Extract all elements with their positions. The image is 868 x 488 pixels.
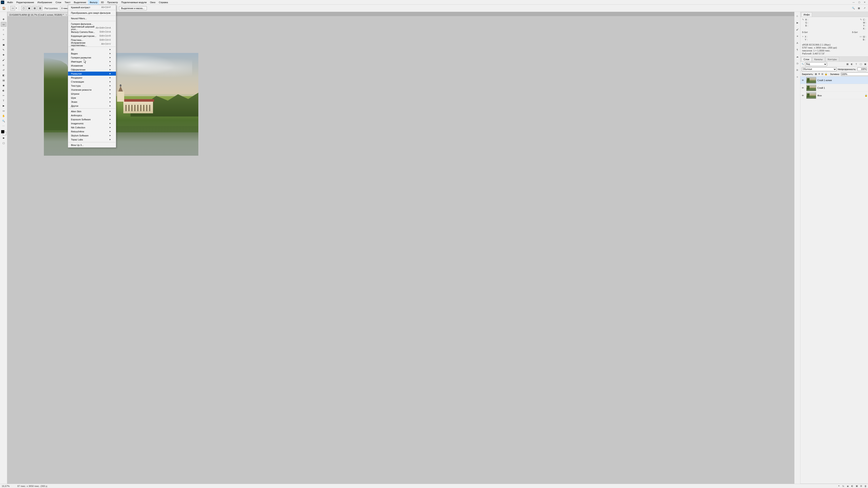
mask-icon[interactable]: ◙ bbox=[846, 484, 849, 488]
menu-окно[interactable]: Окно bbox=[148, 0, 157, 5]
filter-item[interactable]: 3D▶ bbox=[68, 47, 116, 52]
lock-artboard-icon[interactable]: ⊞ bbox=[822, 72, 823, 76]
filter-item[interactable]: Nik Collection▶ bbox=[68, 125, 116, 129]
quick-mask-toggle[interactable]: ◙ bbox=[1, 135, 6, 140]
filter-item[interactable]: Искажение▶ bbox=[68, 64, 116, 68]
visibility-icon[interactable]: 👁 bbox=[800, 79, 805, 82]
filter-item[interactable]: Шум▶ bbox=[68, 96, 116, 100]
type-tool[interactable]: T bbox=[1, 98, 6, 103]
adjustment-layer-icon[interactable]: ◐ bbox=[850, 484, 854, 488]
pen-tool[interactable]: ✑ bbox=[1, 93, 6, 98]
fill-input[interactable] bbox=[841, 72, 868, 76]
filter-item[interactable]: Exposure Software▶ bbox=[68, 117, 116, 121]
move-tool[interactable]: ✥ bbox=[1, 17, 6, 22]
menu-просмотр[interactable]: Просмотр bbox=[105, 0, 120, 5]
filter-smart-icon[interactable]: ▣ bbox=[864, 63, 867, 66]
menu-3d[interactable]: 3D bbox=[99, 0, 105, 5]
gradient-tool[interactable]: ▤ bbox=[1, 78, 6, 83]
filter-item[interactable]: Blow Up 3... bbox=[68, 143, 116, 147]
lasso-tool[interactable]: ⌕ bbox=[1, 27, 6, 32]
lock-position-icon[interactable]: ✜ bbox=[818, 72, 820, 76]
eyedropper-tool[interactable]: ✎ bbox=[1, 47, 6, 52]
edit-toolbar[interactable]: ⋯ bbox=[1, 124, 6, 128]
marquee-preset[interactable]: ▭▾ bbox=[10, 6, 17, 10]
blend-mode-select[interactable]: Обычные bbox=[802, 67, 837, 71]
path-selection-tool[interactable]: ▶ bbox=[1, 103, 6, 108]
filter-item[interactable]: Усиление резкости▶ bbox=[68, 88, 116, 92]
canvas-area[interactable]: EVG08879.ARW @ 16,7% (Слой 1 копия, RGB/… bbox=[7, 12, 794, 484]
filter-item[interactable]: Другое▶ bbox=[68, 104, 116, 108]
layers-tab[interactable]: Слои bbox=[801, 57, 812, 61]
filter-item[interactable]: Краевой контрастAlt+Ctrl+F bbox=[68, 5, 116, 9]
frame-tool[interactable]: ▣ bbox=[1, 42, 6, 47]
brush-tool[interactable]: 🖌 bbox=[1, 58, 6, 62]
actions-panel-icon[interactable]: ▶ bbox=[796, 21, 799, 25]
filter-item[interactable]: Текстура▶ bbox=[68, 84, 116, 88]
visibility-icon[interactable]: 👁 bbox=[800, 87, 805, 89]
visibility-icon[interactable]: 👁 bbox=[800, 94, 805, 97]
delete-layer-icon[interactable]: 🗑 bbox=[864, 484, 867, 488]
clone-stamp-tool[interactable]: ⧇ bbox=[1, 63, 6, 67]
crop-tool[interactable]: ✂ bbox=[1, 37, 6, 42]
filter-item[interactable]: Рендеринг▶ bbox=[68, 76, 116, 79]
group-icon[interactable]: ▣ bbox=[855, 484, 858, 488]
zoom-level[interactable]: 16,67% bbox=[2, 485, 18, 487]
filter-item[interactable]: Имитация▶ bbox=[68, 60, 116, 64]
filter-pixel-icon[interactable]: ▦ bbox=[846, 63, 849, 66]
color-swatches[interactable] bbox=[1, 130, 6, 135]
menu-редактирование[interactable]: Редактирование bbox=[14, 0, 36, 5]
filter-item[interactable]: Коррекция дисторсии...Shift+Ctrl+R bbox=[68, 34, 116, 38]
healing-brush-tool[interactable]: ✚ bbox=[1, 53, 6, 57]
history-brush-tool[interactable]: ↺ bbox=[1, 68, 6, 72]
layer-filter-kind[interactable]: Вид bbox=[805, 62, 827, 66]
adjustments-panel-icon[interactable]: ☀ bbox=[796, 34, 799, 38]
more-panel-icon[interactable]: ≡ bbox=[796, 75, 799, 79]
filter-item[interactable]: Neural Filters... bbox=[68, 16, 116, 20]
maximize-button[interactable]: ▢ bbox=[857, 0, 862, 4]
layer-row[interactable]: 👁Фон🔒 bbox=[800, 92, 868, 99]
menu-текст[interactable]: Текст bbox=[63, 0, 72, 5]
layer-row[interactable]: 👁Слой 1 bbox=[800, 84, 868, 92]
filter-item[interactable]: Фильтр Camera Raw...Shift+Ctrl+A bbox=[68, 30, 116, 34]
menu-фильтр[interactable]: Фильтр bbox=[88, 0, 99, 5]
filter-shape-icon[interactable]: ▢ bbox=[859, 63, 862, 66]
menu-выделение[interactable]: Выделение bbox=[72, 0, 88, 5]
subtract-selection-button[interactable]: ▤ bbox=[32, 6, 37, 10]
workspace-icon[interactable]: ▦ bbox=[857, 6, 861, 10]
hand-tool[interactable]: ✋ bbox=[1, 113, 6, 118]
menu-подключаемые модули[interactable]: Подключаемые модули bbox=[120, 0, 148, 5]
filter-item[interactable]: Anthropics▶ bbox=[68, 113, 116, 117]
shape-tool[interactable]: ▭ bbox=[1, 108, 6, 113]
menu-изображение[interactable]: Изображение bbox=[36, 0, 54, 5]
select-and-mask-button[interactable]: Выделение и маска... bbox=[119, 6, 147, 10]
add-selection-button[interactable]: ▣ bbox=[27, 6, 31, 10]
filter-item[interactable]: Стилизация▶ bbox=[68, 79, 116, 84]
layer-thumbnail[interactable] bbox=[806, 85, 816, 91]
marquee-tool[interactable]: ▭ bbox=[1, 22, 6, 27]
new-selection-button[interactable]: ▢ bbox=[21, 6, 26, 10]
blur-tool[interactable]: ◉ bbox=[1, 83, 6, 88]
filter-item[interactable]: Оформление▶ bbox=[68, 68, 116, 72]
filter-item[interactable]: Преобразовать для смарт-фильтров bbox=[68, 11, 116, 15]
layer-row[interactable]: 👁Слой 1 копия bbox=[800, 76, 868, 84]
screen-mode-toggle[interactable]: ▢ bbox=[1, 141, 6, 145]
brushes-panel-icon[interactable]: 🖌 bbox=[796, 28, 799, 31]
filter-item[interactable]: Адаптивный широкий угол...Alt+Shift+Ctrl… bbox=[68, 26, 116, 30]
zoom-tool[interactable]: 🔍 bbox=[1, 119, 6, 123]
intersect-selection-button[interactable]: ▥ bbox=[38, 6, 42, 10]
lock-pixels-icon[interactable]: ▦ bbox=[815, 72, 817, 76]
filter-item[interactable]: Видео▶ bbox=[68, 52, 116, 56]
layers-tab[interactable]: Каналы bbox=[812, 57, 825, 61]
link-layers-icon[interactable]: ⚭ bbox=[837, 484, 840, 488]
eraser-tool[interactable]: ◧ bbox=[1, 73, 6, 77]
ruler-panel-icon[interactable]: R bbox=[796, 68, 799, 72]
menu-файл[interactable]: Файл bbox=[5, 0, 14, 5]
filter-type-icon[interactable]: T bbox=[855, 63, 858, 66]
clock-panel-icon[interactable]: ◷ bbox=[796, 61, 799, 65]
history-panel-icon[interactable]: ⎌ bbox=[796, 14, 799, 18]
filter-adjust-icon[interactable]: ◐ bbox=[850, 63, 854, 66]
share-icon[interactable]: ↗ bbox=[863, 6, 866, 10]
filter-item[interactable]: Skylum Software▶ bbox=[68, 133, 116, 137]
home-icon[interactable]: 🏠 bbox=[2, 6, 6, 10]
paragraph-panel-icon[interactable]: ¶ bbox=[796, 48, 799, 52]
